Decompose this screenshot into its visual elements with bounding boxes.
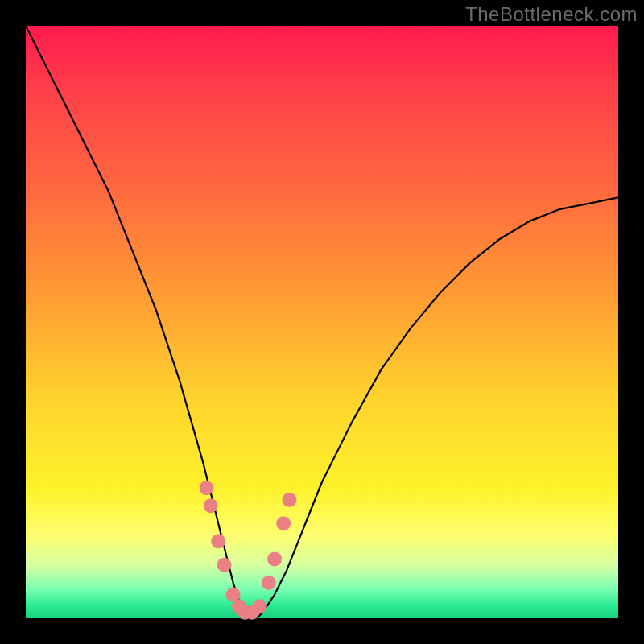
highlight-markers <box>199 481 296 620</box>
highlight-marker <box>217 558 232 572</box>
highlight-marker <box>283 493 297 507</box>
highlight-marker <box>262 576 276 590</box>
attribution-label: TheBottleneck.com <box>465 3 638 26</box>
highlight-marker <box>199 481 213 495</box>
highlight-marker <box>267 551 282 566</box>
plot-area <box>26 26 618 618</box>
bottleneck-curve <box>26 26 618 618</box>
highlight-marker <box>204 498 218 513</box>
chart-frame: TheBottleneck.com <box>0 0 644 644</box>
highlight-marker <box>276 516 291 530</box>
highlight-marker <box>211 534 225 548</box>
curve-layer <box>26 26 618 618</box>
highlight-marker <box>253 599 267 613</box>
